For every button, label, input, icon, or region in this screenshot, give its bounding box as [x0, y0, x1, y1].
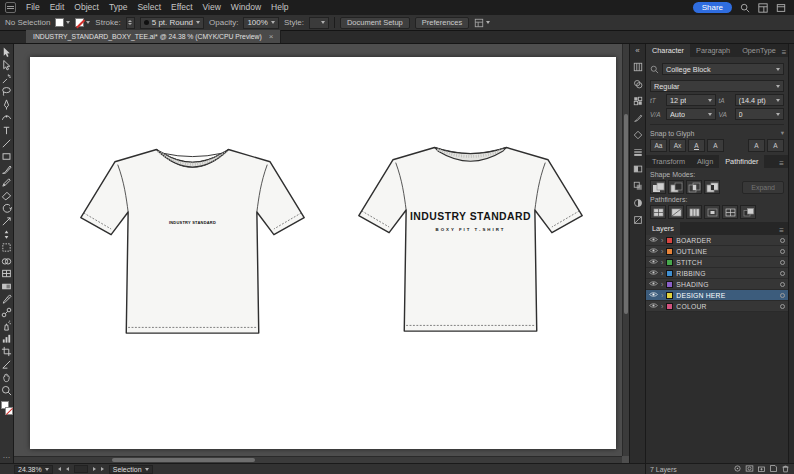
target-circle-icon[interactable] — [780, 249, 785, 254]
tab-pathfinder[interactable]: Pathfinder — [719, 155, 764, 168]
layers-panel-menu-icon[interactable]: ≡ — [779, 226, 788, 235]
menu-view[interactable]: View — [198, 0, 226, 15]
visibility-eye-icon[interactable] — [649, 247, 658, 255]
target-circle-icon[interactable] — [780, 271, 785, 276]
next-artboard-icon[interactable] — [93, 467, 96, 471]
target-circle-icon[interactable] — [780, 293, 785, 298]
tracking-select[interactable]: 0 — [735, 108, 785, 120]
pathfinder-panel-menu-icon[interactable]: ≡ — [779, 159, 788, 168]
font-style-select[interactable]: Regular — [650, 80, 784, 92]
outline-button[interactable] — [722, 205, 738, 219]
divide-button[interactable] — [650, 205, 666, 219]
eyedropper-tool[interactable] — [0, 293, 14, 306]
free-transform-tool[interactable] — [0, 241, 14, 254]
layer-expand-icon[interactable]: › — [661, 292, 663, 299]
document-setup-button[interactable]: Document Setup — [340, 17, 410, 29]
snap-glyph-angle-button[interactable]: A — [707, 139, 724, 152]
slice-tool[interactable] — [0, 358, 14, 371]
unite-button[interactable] — [650, 180, 666, 194]
delete-layer-icon[interactable] — [781, 464, 790, 474]
layer-row-shading[interactable]: › SHADING — [646, 279, 788, 290]
target-circle-icon[interactable] — [780, 260, 785, 265]
eraser-tool[interactable] — [0, 189, 14, 202]
workspace-switcher-icon[interactable] — [757, 2, 768, 13]
first-artboard-icon[interactable] — [58, 467, 61, 471]
shape-builder-tool[interactable] — [0, 254, 14, 267]
appearance-panel-icon[interactable] — [632, 197, 643, 208]
layer-name[interactable]: COLOUR — [676, 303, 777, 310]
toolbar-stroke-swatch[interactable] — [5, 407, 13, 415]
visibility-eye-icon[interactable] — [649, 291, 658, 299]
menu-effect[interactable]: Effect — [166, 0, 198, 15]
menu-edit[interactable]: Edit — [45, 0, 70, 15]
menu-select[interactable]: Select — [132, 0, 166, 15]
vertical-scrollbar[interactable] — [622, 44, 629, 456]
visibility-eye-icon[interactable] — [649, 302, 658, 310]
artboard-tool[interactable] — [0, 345, 14, 358]
intersect-button[interactable] — [686, 180, 702, 194]
font-search-icon[interactable] — [650, 60, 659, 78]
brushes-panel-icon[interactable] — [632, 112, 643, 123]
target-circle-icon[interactable] — [780, 238, 785, 243]
leading-select[interactable]: (14.4 pt) — [735, 94, 785, 106]
fill-stroke-swatches[interactable] — [0, 400, 14, 418]
layer-name[interactable]: OUTLINE — [676, 248, 777, 255]
hand-tool[interactable] — [0, 371, 14, 384]
last-artboard-icon[interactable] — [101, 467, 104, 471]
menu-help[interactable]: Help — [266, 0, 293, 15]
snap-glyph-guides-button[interactable]: A — [767, 139, 784, 152]
tab-paragraph[interactable]: Paragraph — [690, 44, 736, 57]
zoom-tool[interactable] — [0, 384, 14, 397]
direct-selection-tool[interactable] — [0, 59, 14, 72]
exclude-button[interactable] — [704, 180, 720, 194]
lasso-tool[interactable] — [0, 85, 14, 98]
horizontal-scrollbar-thumb[interactable] — [112, 458, 255, 462]
snap-glyph-anchor-button[interactable]: A — [748, 139, 765, 152]
expand-panels-icon[interactable]: « — [635, 46, 639, 55]
libraries-panel-icon[interactable] — [632, 61, 643, 72]
curvature-tool[interactable] — [0, 111, 14, 124]
mesh-tool[interactable] — [0, 267, 14, 280]
target-circle-icon[interactable] — [780, 282, 785, 287]
tab-close-icon[interactable]: × — [269, 33, 274, 41]
layer-expand-icon[interactable]: › — [661, 237, 663, 244]
layer-name[interactable]: RIBBING — [676, 270, 777, 277]
column-graph-tool[interactable] — [0, 332, 14, 345]
trim-button[interactable] — [668, 205, 684, 219]
target-circle-icon[interactable] — [780, 304, 785, 309]
opacity-label[interactable]: Opacity: — [209, 18, 238, 27]
type-tool[interactable] — [0, 124, 14, 137]
font-family-select[interactable]: College Block — [662, 63, 784, 75]
layer-row-outline[interactable]: › OUTLINE — [646, 246, 788, 257]
make-clipping-mask-icon[interactable] — [745, 464, 754, 474]
layer-name[interactable]: BOARDER — [676, 237, 777, 244]
locate-object-icon[interactable] — [733, 464, 742, 474]
menu-window[interactable]: Window — [226, 0, 266, 15]
visibility-eye-icon[interactable] — [649, 236, 658, 244]
arrange-documents-icon[interactable] — [775, 2, 786, 13]
blend-tool[interactable] — [0, 306, 14, 319]
edit-toolbar-icon[interactable]: … — [3, 451, 11, 460]
snap-glyph-xheight-button[interactable]: Ax — [669, 139, 686, 152]
rectangle-tool[interactable] — [0, 150, 14, 163]
layer-expand-icon[interactable]: › — [661, 259, 663, 266]
share-button[interactable]: Share — [693, 2, 732, 13]
minus-back-button[interactable] — [740, 205, 756, 219]
menu-file[interactable]: File — [21, 0, 45, 15]
tab-character[interactable]: Character — [646, 44, 690, 57]
horizontal-scrollbar[interactable] — [14, 456, 622, 463]
tab-layers[interactable]: Layers — [646, 222, 680, 235]
new-layer-icon[interactable] — [769, 464, 778, 474]
style-label[interactable]: Style: — [284, 18, 304, 27]
gradient-tool[interactable] — [0, 280, 14, 293]
visibility-eye-icon[interactable] — [649, 258, 658, 266]
layer-expand-icon[interactable]: › — [661, 281, 663, 288]
artboard[interactable]: INDUSTRY STANDARD — [30, 57, 616, 449]
expand-button[interactable]: Expand — [742, 181, 784, 194]
snap-glyph-bounds-button[interactable]: A — [688, 139, 705, 152]
new-sublayer-icon[interactable] — [757, 464, 766, 474]
magic-wand-tool[interactable] — [0, 72, 14, 85]
paintbrush-tool[interactable] — [0, 163, 14, 176]
tab-transform[interactable]: Transform — [646, 155, 691, 168]
tab-align[interactable]: Align — [691, 155, 719, 168]
